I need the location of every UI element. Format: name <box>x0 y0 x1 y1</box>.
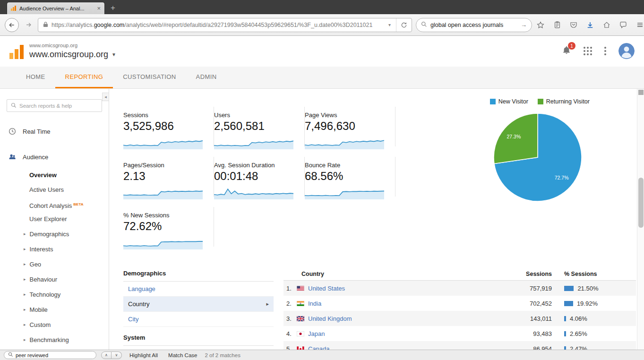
country-table: Country Sessions % Sessions 1.United Sta… <box>283 267 636 350</box>
find-previous-button[interactable]: ∧ <box>101 351 112 359</box>
sidebar-item-overview[interactable]: Overview <box>0 168 109 182</box>
scrollbar-thumb[interactable] <box>638 178 644 228</box>
search-input[interactable] <box>430 22 517 28</box>
url-text: https://analytics.google.com/analytics/w… <box>52 22 383 28</box>
account-selector[interactable]: www.omicsgroup.org ▼ <box>29 50 116 60</box>
sparkline-chart <box>123 235 203 249</box>
metric-value: 68.56% <box>305 170 386 183</box>
browser-tab[interactable]: Audience Overview – Anal... × <box>7 2 105 14</box>
metric-card-new-sessions[interactable]: % New Sessions72.62% <box>123 207 214 247</box>
download-icon[interactable] <box>585 20 595 30</box>
avatar[interactable] <box>618 43 635 59</box>
sidebar-item-mobile[interactable]: ▸Mobile <box>0 302 109 317</box>
find-input-box[interactable] <box>4 351 96 359</box>
analytics-favicon-icon <box>11 6 16 11</box>
sidebar-item-user-explorer[interactable]: User Explorer <box>0 212 109 226</box>
country-link[interactable]: Japan <box>308 330 325 337</box>
country-link[interactable]: India <box>308 300 321 307</box>
dimensions-panel: Demographics LanguageCountry▸City System… <box>123 267 274 350</box>
reading-list-icon[interactable] <box>552 20 562 30</box>
legend-label: Returning Visitor <box>546 98 590 105</box>
metric-card-avg-session-duration[interactable]: Avg. Session Duration00:01:48 <box>214 157 305 197</box>
sidebar-item-custom[interactable]: ▸Custom <box>0 317 109 332</box>
nav-tab-home[interactable]: HOME <box>16 67 55 88</box>
sidebar-item-demographics[interactable]: ▸Demographics <box>0 226 109 241</box>
urlbar-dropdown-icon[interactable]: ▾ <box>386 22 393 27</box>
pie-slice-label: 27.3% <box>507 134 521 139</box>
sidebar-item-audience[interactable]: Audience <box>0 149 109 165</box>
search-go-icon[interactable]: → <box>521 21 527 28</box>
sparkline-chart <box>305 185 384 199</box>
dimension-city[interactable]: City <box>123 312 274 327</box>
reload-button[interactable] <box>396 18 412 32</box>
metric-card-pages-session[interactable]: Pages/Session2.13 <box>123 157 214 197</box>
nav-tab-reporting[interactable]: REPORTING <box>55 67 113 88</box>
nav-tab-customisation[interactable]: CUSTOMISATION <box>113 67 186 88</box>
home-icon[interactable] <box>602 20 611 30</box>
legend-item-new-visitor: New Visitor <box>490 98 528 105</box>
hello-chat-icon[interactable] <box>618 20 628 30</box>
header-country: Country <box>283 271 500 277</box>
metric-card-page-views[interactable]: Page Views7,496,630 <box>305 107 395 146</box>
sidebar-item-label: Audience <box>23 154 48 161</box>
metric-card-sessions[interactable]: Sessions3,525,986 <box>123 107 214 146</box>
back-button[interactable] <box>5 18 19 32</box>
scrollbar-corner <box>638 90 644 95</box>
sparkline-chart <box>214 135 293 149</box>
sidebar-item-active-users[interactable]: Active Users <box>0 182 109 197</box>
country-link[interactable]: United Kingdom <box>308 315 352 322</box>
dimension-browser[interactable]: Browser <box>123 346 274 350</box>
nav-tab-admin[interactable]: ADMIN <box>186 67 227 88</box>
sidebar-item-cohort-analysis[interactable]: Cohort AnalysisBETA <box>0 197 109 212</box>
new-tab-button[interactable]: + <box>105 2 121 14</box>
system-items: Browser <box>123 346 274 350</box>
toolbar-icons <box>536 20 644 30</box>
forward-button[interactable] <box>23 21 34 28</box>
bookmark-star-icon[interactable] <box>536 20 545 30</box>
clock-icon <box>8 127 17 136</box>
metric-value: 2,560,581 <box>214 120 295 133</box>
sidebar-item-geo[interactable]: ▸Geo <box>0 257 109 272</box>
match-case-button[interactable]: Match Case <box>165 352 200 358</box>
apps-grid-icon[interactable] <box>584 47 592 55</box>
notifications-bell-icon[interactable]: 1 <box>562 45 571 57</box>
highlight-all-button[interactable]: Highlight All <box>127 352 161 358</box>
metric-card-users[interactable]: Users2,560,581 <box>214 107 305 146</box>
pct-bar <box>564 301 573 306</box>
sidebar-item-benchmarking[interactable]: ▸Benchmarking <box>0 332 109 347</box>
metric-label: Bounce Rate <box>305 162 386 169</box>
tab-close-icon[interactable]: × <box>97 5 101 11</box>
sparkline-chart <box>123 185 203 199</box>
metric-card-bounce-rate[interactable]: Bounce Rate68.56% <box>305 157 395 197</box>
metric-label: Users <box>214 111 295 119</box>
sidebar-item-real-time[interactable]: Real Time <box>0 123 109 139</box>
sidebar-item-interests[interactable]: ▸Interests <box>0 241 109 257</box>
sidebar-search-box[interactable] <box>7 99 102 112</box>
find-input[interactable] <box>16 352 92 358</box>
legend-label: New Visitor <box>498 98 528 105</box>
metric-value: 7,496,630 <box>305 120 386 133</box>
pie-slice-label: 72.7% <box>555 175 569 180</box>
country-link[interactable]: Canada <box>308 345 330 350</box>
country-link[interactable]: United States <box>308 285 345 292</box>
metrics-summary: Sessions3,525,986Users2,560,581Page View… <box>123 107 395 247</box>
dimension-country[interactable]: Country▸ <box>123 297 274 312</box>
sidebar-item-technology[interactable]: ▸Technology <box>0 287 109 302</box>
sidebar-collapse-icon[interactable]: ◂ <box>102 93 109 101</box>
row-pct-sessions: 2.47% <box>557 345 636 350</box>
menu-icon[interactable] <box>635 20 644 30</box>
sidebar-item-behaviour[interactable]: ▸Behaviour <box>0 272 109 287</box>
dimension-language[interactable]: Language <box>123 282 274 297</box>
pocket-icon[interactable] <box>569 20 578 30</box>
sparkline-chart <box>214 185 293 199</box>
search-icon <box>11 102 17 110</box>
more-options-icon[interactable] <box>604 47 606 55</box>
find-next-button[interactable]: ∨ <box>112 351 122 359</box>
sidebar-items: Real TimeAudienceOverviewActive UsersCoh… <box>0 123 109 347</box>
page-scrollbar[interactable] <box>637 89 644 350</box>
url-bar[interactable]: https://analytics.google.com/analytics/w… <box>38 18 412 32</box>
row-sessions: 143,011 <box>503 315 557 322</box>
sidebar-search-input[interactable] <box>19 103 98 109</box>
search-bar[interactable]: → <box>416 18 532 32</box>
browser-tab-bar: Audience Overview – Anal... × + <box>0 0 644 14</box>
